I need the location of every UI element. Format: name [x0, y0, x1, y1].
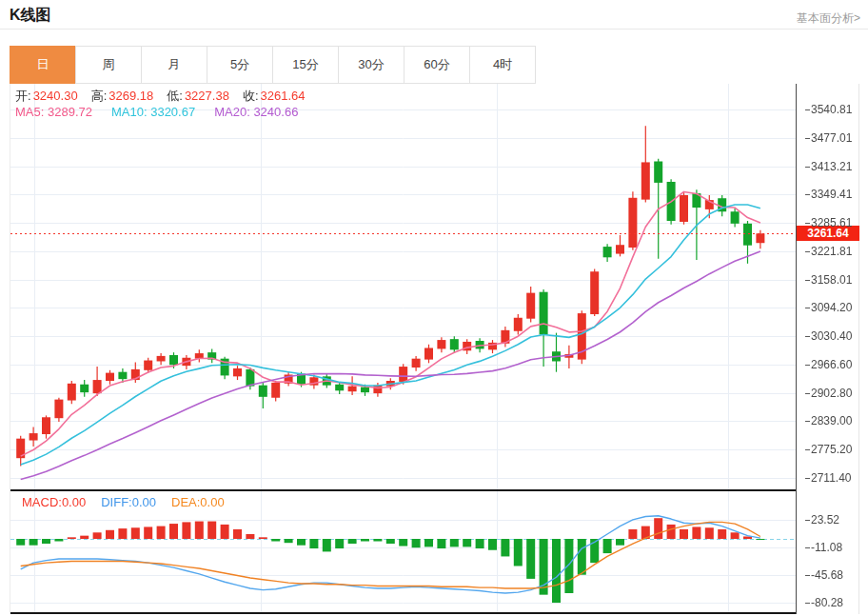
y-axis-border [796, 84, 797, 614]
macd-value-readout: MACD:0.00 [22, 495, 86, 509]
y-axis-tick-label: 2966.60 [811, 358, 852, 371]
close-value: 3261.64 [261, 89, 306, 103]
ma-readout: MA5: 3289.72 MA10: 3320.67 MA20: 3240.66 [15, 105, 317, 119]
y-axis-tick-mark [805, 547, 810, 548]
dea-value-readout: DEA:0.00 [171, 495, 225, 509]
macd-readout: MACD:0.00 DIFF:0.00 DEA:0.00 [22, 495, 240, 509]
ma5-readout: MA5: 3289.72 [15, 105, 92, 119]
y-axis-tick-mark [805, 520, 810, 521]
y-axis-tick-label: 2775.20 [811, 443, 852, 456]
y-axis-tick-mark [805, 251, 810, 252]
ma5-label: MA5: [15, 105, 44, 119]
y-axis-tick-label: 3221.81 [811, 245, 852, 258]
ohlc-readout: 开:3240.30 高:3269.18 低:3227.38 收:3261.64 [15, 88, 319, 105]
high-label: 高: [91, 89, 108, 103]
tab-week[interactable]: 周 [75, 46, 142, 84]
fundamental-analysis-link[interactable]: 基本面分析> [797, 10, 860, 27]
ma20-label: MA20: [214, 105, 250, 119]
y-axis-tick-label: 23.52 [811, 513, 839, 527]
close-readout: 收:3261.64 [243, 88, 306, 105]
y-axis-tick-mark [805, 603, 810, 604]
open-label: 开: [15, 89, 31, 103]
y-axis-tick-label: 2711.40 [811, 471, 852, 485]
interval-tabs: 日 周 月 5分 15分 30分 60分 4时 [10, 46, 536, 84]
tab-day[interactable]: 日 [10, 46, 76, 84]
macd-value: 0.00 [62, 495, 86, 509]
y-axis-tick-label: 3094.20 [811, 301, 852, 314]
high-readout: 高:3269.18 [91, 88, 154, 105]
y-axis-tick-label: -11.08 [811, 541, 842, 554]
diff-value-readout: DIFF:0.00 [101, 495, 156, 509]
y-axis-tick-label: 3413.21 [811, 160, 852, 173]
y-axis-tick-label: 3349.41 [811, 188, 852, 201]
y-axis-tick-label: 3030.40 [811, 329, 852, 343]
y-axis-tick-mark [805, 393, 810, 394]
y-axis-tick-mark [805, 223, 810, 224]
dea-value: 0.00 [200, 495, 224, 509]
y-axis-tick-label: 2902.80 [811, 387, 852, 400]
tab-15min[interactable]: 15分 [272, 46, 339, 84]
macd-canvas[interactable] [10, 491, 796, 614]
y-axis-tick-mark [805, 280, 810, 281]
y-axis-tick-mark [805, 449, 810, 450]
ma10-value: 3320.67 [150, 105, 195, 119]
ma5-value: 3289.72 [48, 105, 92, 119]
y-axis-tick-mark [805, 138, 810, 139]
y-axis-tick-mark [805, 109, 810, 110]
ma20-value: 3240.66 [253, 105, 298, 119]
header: K线图 基本面分析> [0, 0, 868, 30]
tab-30min[interactable]: 30分 [338, 46, 404, 84]
close-label: 收: [243, 89, 259, 103]
open-readout: 开:3240.30 [15, 88, 78, 105]
ma20-readout: MA20: 3240.66 [214, 105, 298, 119]
tab-4hour[interactable]: 4时 [469, 46, 536, 84]
y-axis-tick-mark [805, 167, 810, 168]
y-axis-tick-label: 3158.01 [811, 273, 852, 287]
open-value: 3240.30 [33, 89, 78, 103]
tab-60min[interactable]: 60分 [404, 46, 470, 84]
y-axis-tick-label: -45.68 [811, 568, 843, 582]
high-value: 3269.18 [108, 89, 153, 103]
diff-value: 0.00 [132, 495, 156, 509]
chart-bottom-border [10, 612, 797, 614]
y-axis-tick-label: -80.28 [811, 596, 843, 609]
y-axis-tick-mark [805, 194, 810, 195]
y-axis-tick-label: 3540.81 [811, 103, 852, 116]
y-axis-tick-mark [805, 421, 810, 422]
candlestick-canvas[interactable] [10, 84, 796, 491]
y-axis-tick-label: 2839.00 [811, 414, 852, 427]
y-axis-tick-label: 3285.61 [811, 216, 852, 229]
page-title: K线图 [10, 6, 51, 26]
y-axis-tick-mark [805, 478, 810, 479]
diff-label: DIFF: [101, 495, 132, 509]
y-axis-tick-mark [805, 575, 810, 576]
low-value: 3227.38 [185, 89, 229, 103]
y-axis-tick-mark [805, 308, 810, 308]
panel-divider [10, 489, 796, 491]
low-readout: 低:3227.38 [167, 88, 229, 105]
ma10-readout: MA10: 3320.67 [111, 105, 195, 119]
ma10-label: MA10: [111, 105, 148, 119]
dea-label: DEA: [171, 495, 200, 509]
y-axis-tick-mark [805, 336, 810, 337]
tab-5min[interactable]: 5分 [207, 46, 273, 84]
tab-month[interactable]: 月 [141, 46, 207, 84]
y-axis-tick-mark [805, 365, 810, 366]
macd-label: MACD: [22, 495, 62, 509]
y-axis-tick-label: 3477.01 [811, 131, 852, 145]
kline-chart-area: 开:3240.30 高:3269.18 低:3227.38 收:3261.64 … [10, 84, 859, 614]
low-label: 低: [167, 89, 183, 103]
